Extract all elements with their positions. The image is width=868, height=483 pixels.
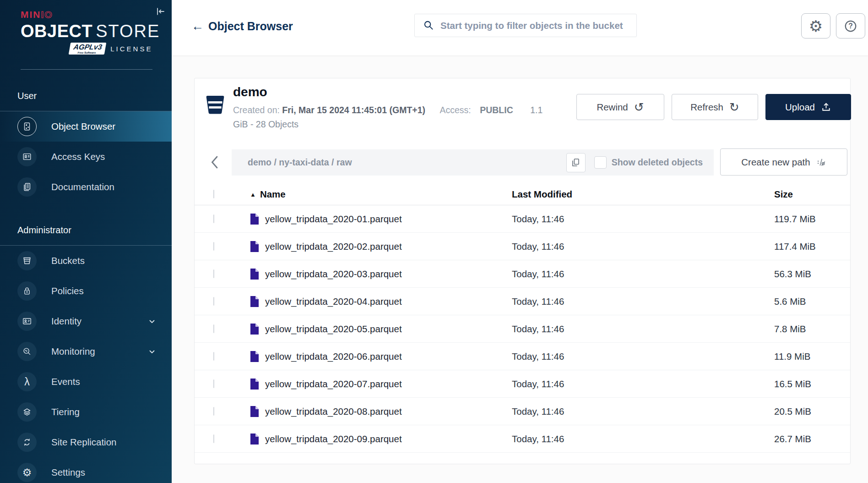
copy-icon [571, 158, 580, 167]
tiering-icon [17, 402, 37, 422]
rewind-button[interactable]: Rewind ↺ [576, 94, 664, 120]
object-name: yellow_tripdata_2020-02.parquet [265, 241, 402, 252]
buckets-icon [17, 251, 37, 270]
object-modified: Today, 11:46 [512, 379, 774, 390]
file-icon [250, 433, 259, 445]
select-all-checkbox[interactable] [213, 190, 214, 198]
created-value: Fri, Mar 15 2024 11:45:01 (GMT+1) [282, 105, 425, 115]
object-filter-search [414, 14, 637, 37]
row-checkbox[interactable] [213, 214, 214, 223]
table-row[interactable]: yellow_tripdata_2020-01.parquet Today, 1… [195, 205, 850, 233]
sidebar-item-label: Buckets [51, 255, 85, 266]
file-icon [250, 268, 259, 280]
back-arrow-icon[interactable]: ← [191, 20, 204, 33]
column-header-name[interactable]: ▲ Name [250, 189, 512, 200]
table-row[interactable]: yellow_tripdata_2020-03.parquet Today, 1… [195, 260, 850, 288]
row-checkbox[interactable] [213, 407, 214, 416]
chevron-down-icon[interactable] [149, 350, 155, 354]
object-modified: Today, 11:46 [512, 269, 774, 280]
objects-table: ▲ Name Last Modified Size yellow_tripdat… [195, 184, 850, 453]
refresh-icon: ↻ [729, 101, 739, 113]
row-checkbox[interactable] [213, 269, 214, 278]
settings-button[interactable]: ⚙ [801, 13, 830, 38]
main-area: ← Object Browser ⚙ ? demo [172, 0, 868, 483]
create-path-icon [816, 157, 826, 167]
bucket-icon [204, 94, 226, 118]
sidebar-item-settings[interactable]: ⚙ Settings [0, 457, 172, 483]
site-replication-icon [17, 433, 37, 452]
section-label-administrator: Administrator [0, 224, 172, 236]
sidebar-item-access-keys[interactable]: Access Keys [0, 142, 172, 172]
copy-path-button[interactable] [566, 153, 586, 172]
chevron-down-icon[interactable] [149, 319, 155, 324]
table-row[interactable]: yellow_tripdata_2020-06.parquet Today, 1… [195, 343, 850, 370]
file-icon [250, 323, 259, 335]
created-label: Created on: [233, 105, 280, 115]
settings-gear-icon: ⚙ [17, 463, 37, 482]
table-row[interactable]: yellow_tripdata_2020-09.parquet Today, 1… [195, 425, 850, 453]
sidebar-item-tiering[interactable]: Tiering [0, 397, 172, 427]
table-row[interactable]: yellow_tripdata_2020-08.parquet Today, 1… [195, 398, 850, 425]
object-name: yellow_tripdata_2020-09.parquet [265, 434, 402, 445]
table-row[interactable]: yellow_tripdata_2020-04.parquet Today, 1… [195, 288, 850, 315]
object-modified: Today, 11:46 [512, 434, 774, 445]
navigate-back-icon[interactable] [209, 154, 221, 172]
refresh-button[interactable]: Refresh ↻ [672, 94, 758, 120]
monitoring-icon [17, 342, 37, 361]
sidebar-item-label: Access Keys [51, 151, 105, 162]
sidebar-item-events[interactable]: λ Events [0, 367, 172, 397]
sidebar-item-documentation[interactable]: Documentation [0, 172, 172, 202]
object-size: 20.5 MiB [774, 406, 850, 417]
table-row[interactable]: yellow_tripdata_2020-07.parquet Today, 1… [195, 370, 850, 398]
upload-button[interactable]: Upload [765, 94, 851, 120]
page-title: Object Browser [208, 20, 293, 33]
sidebar-nav: User Object Browser Access Keys Document… [0, 78, 172, 483]
table-row[interactable]: yellow_tripdata_2020-05.parquet Today, 1… [195, 315, 850, 343]
show-deleted-label[interactable]: Show deleted objects [612, 157, 703, 168]
row-checkbox[interactable] [213, 434, 214, 443]
divider [21, 69, 152, 70]
sidebar-item-policies[interactable]: Policies [0, 276, 172, 306]
search-input[interactable] [440, 20, 636, 31]
sidebar-item-site-replication[interactable]: Site Replication [0, 427, 172, 457]
sidebar-item-object-browser[interactable]: Object Browser [0, 111, 172, 142]
sidebar-item-label: Monitoring [51, 346, 95, 357]
table-row[interactable]: yellow_tripdata_2020-02.parquet Today, 1… [195, 233, 850, 260]
breadcrumb[interactable]: demo / ny-taxi-data / raw [248, 157, 352, 168]
sidebar-item-buckets[interactable]: Buckets [0, 246, 172, 276]
object-size: 5.6 MiB [774, 296, 850, 307]
file-icon [250, 213, 259, 225]
file-icon [250, 406, 259, 417]
object-size: 26.7 MiB [774, 434, 850, 445]
object-size: 119.7 MiB [774, 214, 850, 225]
row-checkbox[interactable] [213, 379, 214, 388]
help-button[interactable]: ? [836, 13, 865, 38]
file-icon [250, 241, 259, 252]
agpl-badge: AGPLv3 Free Software [69, 43, 107, 55]
object-size: 117.4 MiB [774, 241, 850, 252]
sidebar-item-monitoring[interactable]: Monitoring [0, 336, 172, 367]
access-value: PUBLIC [480, 105, 513, 115]
object-modified: Today, 11:46 [512, 214, 774, 225]
row-checkbox[interactable] [213, 352, 214, 361]
access-keys-icon [17, 147, 37, 166]
object-browser-icon [17, 117, 37, 136]
object-name: yellow_tripdata_2020-03.parquet [265, 269, 402, 280]
svg-text:?: ? [848, 22, 853, 30]
sort-ascending-icon: ▲ [250, 191, 256, 198]
object-modified: Today, 11:46 [512, 406, 774, 417]
row-checkbox[interactable] [213, 324, 214, 333]
create-new-path-button[interactable]: Create new path [720, 148, 847, 176]
sidebar-item-label: Identity [51, 316, 81, 327]
object-name: yellow_tripdata_2020-08.parquet [265, 406, 402, 417]
search-icon [423, 20, 434, 31]
minio-logo: MINIO OBJECTSTORE AGPLv3 Free Software L… [21, 9, 160, 55]
sidebar-item-label: Documentation [51, 181, 114, 192]
show-deleted-checkbox[interactable] [594, 156, 607, 169]
rewind-icon: ↺ [634, 101, 644, 113]
sidebar-item-identity[interactable]: Identity [0, 306, 172, 336]
object-modified: Today, 11:46 [512, 241, 774, 252]
row-checkbox[interactable] [213, 297, 214, 306]
row-checkbox[interactable] [213, 242, 214, 251]
sidebar-item-label: Events [51, 376, 80, 387]
